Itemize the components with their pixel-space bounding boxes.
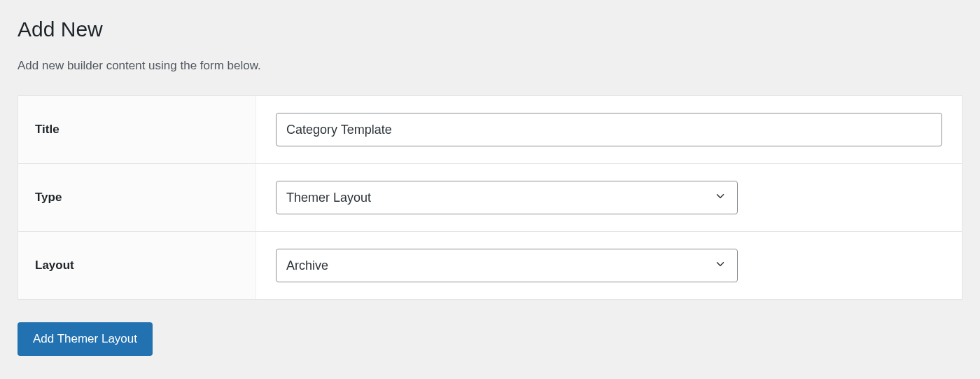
form-input-cell: Themer Layout: [256, 164, 962, 231]
form-table: Title Type Themer Layout Layout: [18, 95, 962, 300]
form-label-cell: Layout: [18, 232, 256, 299]
form-row-type: Type Themer Layout: [18, 164, 962, 232]
title-input[interactable]: [276, 113, 942, 146]
type-label: Type: [35, 191, 62, 205]
form-row-title: Title: [18, 96, 962, 164]
page-description: Add new builder content using the form b…: [18, 59, 962, 73]
form-label-cell: Title: [18, 96, 256, 163]
type-select-wrapper: Themer Layout: [276, 181, 738, 214]
layout-label: Layout: [35, 259, 74, 273]
form-label-cell: Type: [18, 164, 256, 231]
add-themer-layout-button[interactable]: Add Themer Layout: [18, 322, 153, 356]
layout-select[interactable]: Archive: [276, 249, 738, 282]
layout-select-wrapper: Archive: [276, 249, 738, 282]
title-label: Title: [35, 123, 59, 137]
form-input-cell: Archive: [256, 232, 962, 299]
type-select[interactable]: Themer Layout: [276, 181, 738, 214]
form-input-cell: [256, 96, 962, 163]
page-title: Add New: [18, 18, 962, 41]
form-row-layout: Layout Archive: [18, 232, 962, 299]
